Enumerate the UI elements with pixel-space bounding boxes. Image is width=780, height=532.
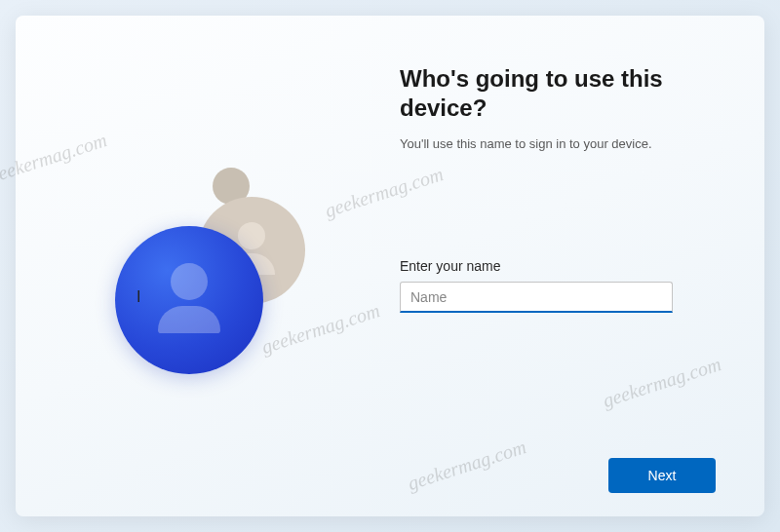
next-button[interactable]: Next xyxy=(608,458,716,493)
person-icon-head xyxy=(171,263,208,300)
oobe-setup-window: Who's going to use this device? You'll u… xyxy=(16,16,764,516)
user-avatar-illustration xyxy=(96,158,330,392)
foreground-avatar-circle xyxy=(115,226,263,374)
name-input[interactable] xyxy=(400,282,673,313)
illustration-column xyxy=(64,64,380,446)
page-subtitle: You'll use this name to sign in to your … xyxy=(400,136,716,151)
person-icon-head xyxy=(238,222,265,249)
name-field-label: Enter your name xyxy=(400,258,716,274)
person-icon-body xyxy=(158,306,220,333)
page-title: Who's going to use this device? xyxy=(400,64,716,123)
form-column: Who's going to use this device? You'll u… xyxy=(400,64,716,446)
main-content: Who's going to use this device? You'll u… xyxy=(64,64,716,446)
footer-actions: Next xyxy=(64,446,716,493)
